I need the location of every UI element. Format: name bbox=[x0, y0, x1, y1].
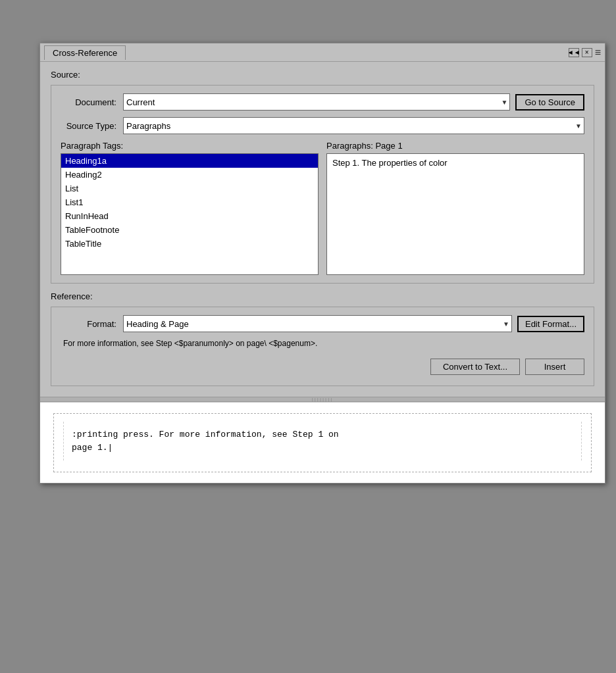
paragraph-item[interactable]: Step 1. The properties of color bbox=[332, 158, 578, 168]
title-bar-right: ◄◄ × ≡ bbox=[569, 47, 601, 59]
paragraph-tags-list-box: Heading1a Heading2 List List1 RunInHead … bbox=[61, 153, 319, 275]
paragraph-tags-list[interactable]: Heading1a Heading2 List List1 RunInHead … bbox=[61, 154, 318, 274]
back-button[interactable]: ◄◄ bbox=[569, 48, 579, 57]
list-item[interactable]: TableTitle bbox=[61, 237, 318, 251]
document-select[interactable]: Current All Open Documents bbox=[123, 93, 510, 111]
source-box: Document: Current All Open Documents ▼ G… bbox=[51, 85, 594, 284]
lists-row: Paragraph Tags: Heading1a Heading2 List … bbox=[61, 141, 584, 275]
action-buttons: Convert to Text... Insert bbox=[61, 359, 584, 375]
paragraphs-label: Paragraphs: Page 1 bbox=[326, 141, 584, 151]
convert-to-text-button[interactable]: Convert to Text... bbox=[430, 359, 520, 375]
format-row: Format: Heading & Page Page Paragraph Nu… bbox=[61, 315, 584, 332]
close-button[interactable]: × bbox=[582, 48, 592, 57]
list-item[interactable]: TableFootnote bbox=[61, 223, 318, 237]
source-type-row: Source Type: Paragraphs Text Insets Anch… bbox=[61, 117, 584, 134]
paragraph-tags-section: Paragraph Tags: Heading1a Heading2 List … bbox=[61, 141, 319, 275]
list-item[interactable]: RunInHead bbox=[61, 209, 318, 223]
paragraph-tags-label: Paragraph Tags: bbox=[61, 141, 319, 151]
doc-line-1: :printing press. For more information, s… bbox=[72, 428, 573, 441]
document-text: :printing press. For more information, s… bbox=[63, 422, 582, 461]
source-type-select[interactable]: Paragraphs Text Insets Anchored Frames F… bbox=[123, 117, 584, 134]
source-type-label: Source Type: bbox=[61, 121, 123, 131]
list-item[interactable]: List1 bbox=[61, 195, 318, 209]
source-label: Source: bbox=[51, 70, 594, 80]
divider-bar: |||||||| bbox=[40, 397, 605, 402]
format-select-wrapper: Heading & Page Page Paragraph Number Par… bbox=[123, 315, 512, 332]
format-label: Format: bbox=[61, 319, 123, 329]
cross-reference-window: Cross-Reference ◄◄ × ≡ Source: Document:… bbox=[39, 43, 605, 484]
document-row: Document: Current All Open Documents ▼ G… bbox=[61, 93, 584, 111]
source-type-select-wrapper: Paragraphs Text Insets Anchored Frames F… bbox=[123, 117, 584, 134]
document-area: :printing press. For more information, s… bbox=[40, 402, 605, 483]
title-bar: Cross-Reference ◄◄ × ≡ bbox=[40, 43, 605, 62]
format-select[interactable]: Heading & Page Page Paragraph Number Par… bbox=[123, 315, 512, 332]
document-select-wrapper: Current All Open Documents ▼ bbox=[123, 93, 510, 111]
panel-body: Source: Document: Current All Open Docum… bbox=[40, 62, 605, 397]
goto-source-button[interactable]: Go to Source bbox=[515, 94, 584, 111]
insert-button[interactable]: Insert bbox=[525, 359, 584, 375]
paragraphs-section: Paragraphs: Page 1 Step 1. The propertie… bbox=[326, 141, 584, 275]
reference-box: Format: Heading & Page Page Paragraph Nu… bbox=[51, 307, 594, 386]
document-label: Document: bbox=[61, 97, 123, 107]
edit-format-button[interactable]: Edit Format... bbox=[517, 316, 584, 332]
window-tab[interactable]: Cross-Reference bbox=[44, 45, 126, 60]
doc-line-2: page 1.| bbox=[72, 441, 573, 455]
reference-preview-text: For more information, see Step <$paranum… bbox=[61, 339, 584, 348]
list-item[interactable]: Heading1a bbox=[61, 154, 318, 168]
list-item[interactable]: List bbox=[61, 182, 318, 195]
list-item[interactable]: Heading2 bbox=[61, 168, 318, 182]
reference-label: Reference: bbox=[51, 291, 594, 301]
document-text-box: :printing press. For more information, s… bbox=[53, 413, 592, 472]
menu-icon[interactable]: ≡ bbox=[595, 47, 601, 59]
title-bar-left: Cross-Reference bbox=[44, 45, 126, 60]
paragraphs-list[interactable]: Step 1. The properties of color bbox=[326, 153, 584, 275]
